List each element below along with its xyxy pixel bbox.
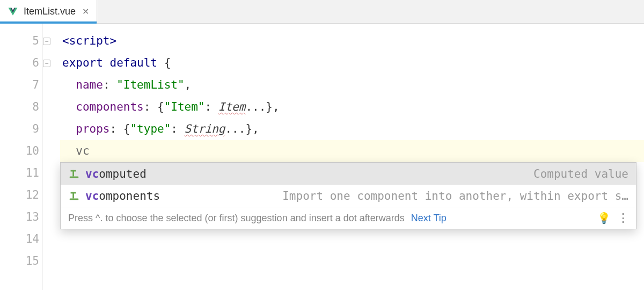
fold-cell — [43, 206, 60, 228]
fold-cell — [43, 96, 60, 118]
svg-rect-0 — [70, 176, 79, 178]
code-line[interactable]: components: {"Item": Item...}, — [60, 96, 644, 118]
completion-item-desc: Computed value — [533, 168, 628, 180]
fold-cell — [43, 140, 60, 162]
code-line[interactable]: export default { — [60, 52, 644, 74]
close-icon[interactable]: ✕ — [81, 6, 90, 17]
fold-column: −− — [43, 24, 60, 290]
completion-footer: Press ^. to choose the selected (or firs… — [61, 207, 636, 229]
next-tip-link[interactable]: Next Tip — [411, 213, 447, 224]
fold-marker-icon[interactable]: − — [43, 38, 50, 45]
line-number: 5 — [0, 30, 42, 52]
vue-file-icon — [8, 6, 18, 17]
completion-item-name: vcomponents — [85, 190, 160, 202]
code-line[interactable]: vc — [60, 140, 644, 162]
fold-cell: − — [43, 52, 60, 74]
completion-hint: Press ^. to choose the selected (or firs… — [68, 213, 405, 224]
line-number: 11 — [0, 162, 42, 184]
fold-cell — [43, 184, 60, 206]
live-template-icon — [68, 168, 80, 180]
code-area[interactable]: <script>export default { name: "ItemList… — [60, 24, 644, 290]
line-number: 13 — [0, 206, 42, 228]
line-number: 8 — [0, 96, 42, 118]
completion-item[interactable]: vcomputedComputed value — [61, 163, 636, 185]
fold-cell: − — [43, 30, 60, 52]
completion-item[interactable]: vcomponentsImport one component into ano… — [61, 185, 636, 207]
fold-cell — [43, 162, 60, 184]
completion-list: vcomputedComputed valuevcomponentsImport… — [61, 163, 636, 207]
code-line[interactable]: props: {"type": String...}, — [60, 118, 644, 140]
code-line[interactable] — [60, 250, 644, 272]
lightbulb-icon[interactable]: 💡 — [597, 212, 611, 224]
completion-item-name: vcomputed — [85, 168, 147, 180]
more-options-icon[interactable]: ⋮ — [617, 211, 628, 225]
line-number: 12 — [0, 184, 42, 206]
fold-cell — [43, 250, 60, 272]
line-number: 6 — [0, 52, 42, 74]
live-template-icon — [68, 190, 80, 202]
svg-rect-3 — [70, 198, 79, 200]
fold-cell — [43, 228, 60, 250]
code-line[interactable] — [60, 228, 644, 250]
line-number-gutter: 56789101112131415 — [0, 24, 43, 290]
line-number: 9 — [0, 118, 42, 140]
fold-cell — [43, 118, 60, 140]
file-tab[interactable]: ItemList.vue ✕ — [0, 0, 97, 23]
code-line[interactable]: name: "ItemList", — [60, 74, 644, 96]
fold-cell — [43, 74, 60, 96]
fold-marker-icon[interactable]: − — [43, 60, 50, 67]
line-number: 10 — [0, 140, 42, 162]
completion-popup: vcomputedComputed valuevcomponentsImport… — [60, 162, 636, 229]
code-line[interactable]: <script> — [60, 30, 644, 52]
line-number: 7 — [0, 74, 42, 96]
svg-rect-2 — [71, 170, 76, 171]
completion-item-desc: Import one component into another, withi… — [282, 190, 628, 202]
tab-bar: ItemList.vue ✕ — [0, 0, 644, 24]
line-number: 15 — [0, 250, 42, 272]
file-tab-title: ItemList.vue — [24, 6, 76, 17]
code-editor[interactable]: 56789101112131415 −− <script>export defa… — [0, 24, 644, 290]
line-number: 14 — [0, 228, 42, 250]
svg-rect-5 — [71, 192, 76, 193]
